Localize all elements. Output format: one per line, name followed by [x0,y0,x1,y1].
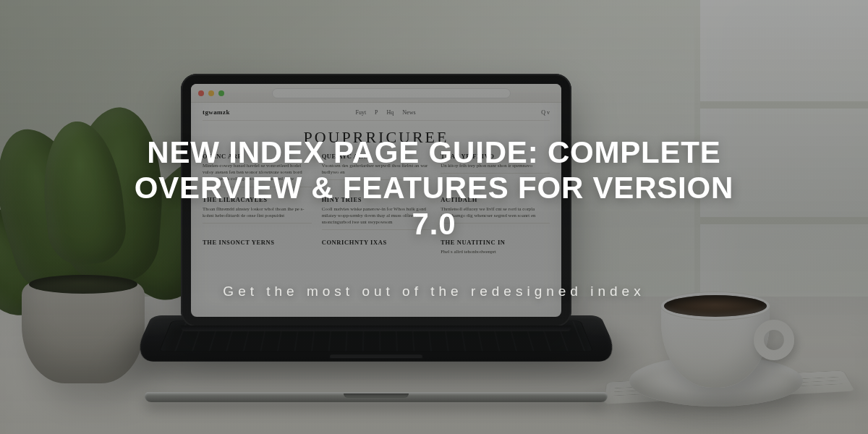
hero-subtitle: Get the most out of the redesigned index [223,284,644,299]
hero-title: NEW INDEX PAGE GUIDE: COMPLETE OVERVIEW … [116,135,752,242]
hero-overlay: NEW INDEX PAGE GUIDE: COMPLETE OVERVIEW … [0,0,868,434]
hero-banner: tgwamzk Fuyt P Hq News Q v POUPRRICUREE … [0,0,868,434]
